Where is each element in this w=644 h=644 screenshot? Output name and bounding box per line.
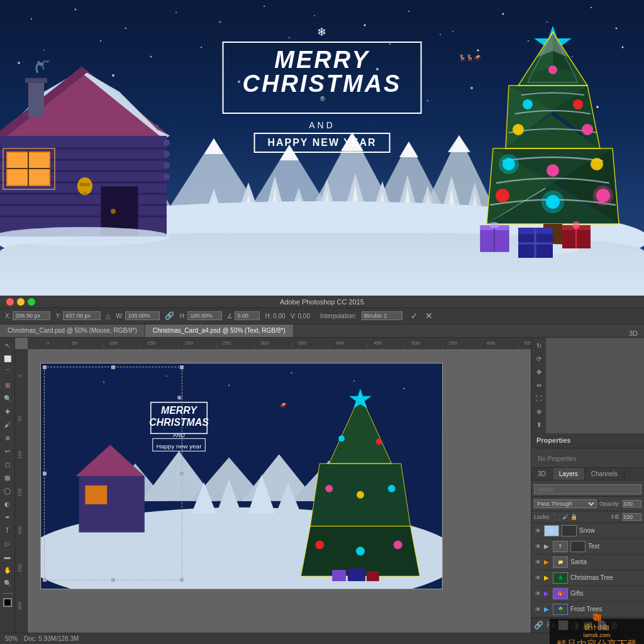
minimize-button[interactable] <box>17 298 25 306</box>
svg-point-91 <box>164 174 170 180</box>
h-input[interactable] <box>187 311 222 320</box>
layer-santa[interactable]: 👁 ▶ 📁 Santa <box>531 555 644 570</box>
properties-title: Properties <box>536 436 570 444</box>
layer-gifts[interactable]: 👁 ▶ 🎁 Gifts <box>531 586 644 602</box>
svg-point-9 <box>452 31 453 32</box>
toolbar-divider <box>2 593 13 594</box>
marquee-tool[interactable]: ⬜ <box>2 353 13 365</box>
h-skew-label: H: 0,00 <box>265 313 285 319</box>
handle-tl[interactable] <box>43 365 47 369</box>
layers-locks-row: Locks: ⬛ 🖌 🔒 Fill: <box>531 511 644 523</box>
layer-christmas-tree[interactable]: 👁 ▶ 🌲 Christmas Tree <box>531 570 644 586</box>
pen-tool[interactable]: ✒ <box>2 512 13 523</box>
lock-pixels-icon[interactable]: 🖌 <box>562 514 568 520</box>
dodge-tool[interactable]: ◐ <box>2 499 13 510</box>
layers-search-input[interactable] <box>534 484 641 494</box>
3d-slide-tool[interactable]: ⇔ <box>533 380 545 391</box>
maximize-button[interactable] <box>28 298 35 306</box>
svg-point-219 <box>376 438 382 445</box>
crop-tool[interactable]: ⊞ <box>2 380 13 391</box>
folder-icon-santa: ▶ <box>544 558 549 565</box>
angle-input[interactable] <box>235 311 260 320</box>
handle-mr[interactable] <box>180 472 184 475</box>
shape-tool[interactable]: ▬ <box>2 552 13 563</box>
y-input[interactable] <box>63 311 101 320</box>
3d-walk-tool[interactable]: ⬆ <box>533 419 545 431</box>
layer-eye-text[interactable]: 👁 <box>534 543 541 550</box>
layer-name-text: Text <box>588 543 641 550</box>
layers-search-area <box>531 480 644 497</box>
ps-right-panels: Properties No Properties 3D Layers Chann… <box>531 433 644 633</box>
svg-text:0: 0 <box>17 374 23 377</box>
x-label: X: <box>5 313 11 319</box>
layer-eye-gifts[interactable]: 👁 <box>534 590 541 597</box>
tab-layers[interactable]: Layers <box>553 468 585 480</box>
lasso-tool[interactable]: ⌒ <box>2 367 13 378</box>
layer-snow[interactable]: 👁 S Snow <box>531 523 644 539</box>
thumb-gifts-icon: 🎁 <box>558 591 564 596</box>
properties-panel-body: No Properties <box>531 448 644 468</box>
interpolation-input[interactable] <box>362 311 402 320</box>
zoom-level: 50% <box>5 635 18 642</box>
cancel-transform-icon[interactable]: ✕ <box>425 311 433 321</box>
handle-tm[interactable] <box>111 365 115 369</box>
w-input[interactable] <box>125 311 160 320</box>
link-layers-icon[interactable]: 🔗 <box>534 621 543 630</box>
ps-canvas-document[interactable]: MERRY CHRISTMAS AND Happy new year ❄ <box>40 363 443 589</box>
3d-scale-tool[interactable]: ⛶ <box>533 393 545 404</box>
text-tool[interactable]: T <box>2 525 13 536</box>
svg-point-218 <box>338 435 345 441</box>
handle-tr[interactable] <box>180 365 184 369</box>
foreground-color[interactable] <box>3 598 12 607</box>
svg-point-130 <box>496 189 509 203</box>
santa-sleigh: 🦌🦌🛷 <box>458 47 509 69</box>
tab-christmas-card-a4[interactable]: Christmas_Card_a4.psd @ 50% (Text, RGB/8… <box>145 325 294 337</box>
3d-orbit-tool[interactable]: ⊕ <box>533 406 545 418</box>
handle-ml[interactable] <box>43 472 47 475</box>
lock-position-icon[interactable]: 🔒 <box>570 514 577 520</box>
path-tool[interactable]: ▷ <box>2 538 13 550</box>
layer-eye-xmas-tree[interactable]: 👁 <box>534 574 541 582</box>
w-label: W: <box>116 313 123 319</box>
ps-main-area: ↖ ⬜ ⌒ ⊞ 🔍 ✚ 🖌 ⊕ ↩ ◻ ▦ ◯ ◐ ✒ T ▷ ▬ ✋ 🔍 <box>0 338 644 633</box>
move-tool[interactable]: ↖ <box>2 340 13 352</box>
layer-text[interactable]: 👁 ▶ T Text <box>531 539 644 555</box>
tab-channels[interactable]: Channels <box>585 468 625 480</box>
ruler-vertical: 0 50 100 150 200 250 300 <box>15 349 28 633</box>
blend-mode-select[interactable]: Pass Through <box>534 499 597 508</box>
handle-bm[interactable] <box>111 578 115 582</box>
check-icon[interactable]: ✓ <box>411 311 418 321</box>
blur-tool[interactable]: ◯ <box>2 486 13 497</box>
zoom-tool[interactable]: 🔍 <box>2 578 13 589</box>
hand-tool[interactable]: ✋ <box>2 565 13 576</box>
x-input[interactable] <box>13 311 50 320</box>
gradient-tool[interactable]: ▦ <box>2 472 13 484</box>
svg-point-128 <box>547 164 559 177</box>
fill-input[interactable] <box>623 513 641 521</box>
layer-eye-snow[interactable]: 👁 <box>534 527 541 535</box>
no-properties-text: No Properties <box>535 450 579 467</box>
brush-tool[interactable]: 🖌 <box>2 419 13 431</box>
tab-christmas-card[interactable]: Christmas_Card.psd @ 50% (Mouse, RGB/8*) <box>0 325 145 337</box>
3d-roll-tool[interactable]: ⟳ <box>533 353 545 365</box>
close-button[interactable] <box>6 298 14 306</box>
tab-3d[interactable]: 3D <box>531 468 553 480</box>
handle-bl[interactable] <box>43 578 47 582</box>
lock-transparent-icon[interactable]: ⬛ <box>553 514 560 520</box>
layer-eye-santa[interactable]: 👁 <box>534 558 541 566</box>
opacity-input[interactable] <box>623 500 641 508</box>
eyedropper-tool[interactable]: 🔍 <box>2 393 13 404</box>
svg-point-8 <box>408 11 409 12</box>
3d-rotate-tool[interactable]: ↻ <box>533 340 545 352</box>
handle-br[interactable] <box>180 578 184 582</box>
layer-eye-frost-trees[interactable]: 👁 <box>534 606 541 613</box>
3d-pan-tool[interactable]: ✥ <box>533 367 545 378</box>
history-brush[interactable]: ↩ <box>2 446 13 457</box>
ps-canvas-area[interactable]: 0 50 100 150 200 250 300 350 400 <box>15 338 531 633</box>
stamp-tool[interactable]: ⊕ <box>2 433 13 444</box>
window-controls[interactable] <box>6 298 35 306</box>
interpolation-label: Interpolation: <box>320 313 357 319</box>
healing-tool[interactable]: ✚ <box>2 406 13 418</box>
ruler-h-svg: 0 50 100 150 200 250 300 350 400 <box>28 338 531 349</box>
eraser-tool[interactable]: ◻ <box>2 459 13 470</box>
